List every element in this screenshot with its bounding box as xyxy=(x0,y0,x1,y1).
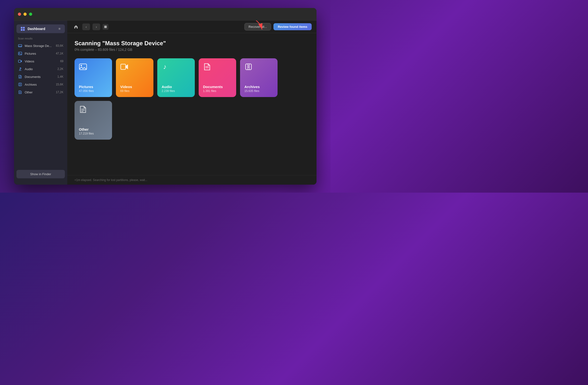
svg-rect-21 xyxy=(121,64,126,69)
sidebar-label-2: Videos xyxy=(25,60,58,63)
svg-rect-0 xyxy=(21,27,22,29)
show-in-finder-button[interactable]: Show in Finder xyxy=(17,170,65,178)
videos-card-icon xyxy=(120,63,149,73)
drive-icon xyxy=(18,43,22,48)
svg-rect-17 xyxy=(104,26,107,28)
sidebar-item-mass-storage[interactable]: Mass Storage De... 83,6K xyxy=(14,42,67,50)
svg-rect-12 xyxy=(19,83,21,86)
pictures-card-name: Pictures xyxy=(79,85,108,89)
svg-point-8 xyxy=(19,53,20,53)
sidebar-count-2: 69 xyxy=(60,60,63,63)
status-bar: <1m elapsed. Searching for lost partitio… xyxy=(67,175,316,185)
sidebar: Dashboard ✳ Scan results Mass Storage De… xyxy=(14,21,67,185)
scan-title: Scanning "Mass Storage Device" xyxy=(75,40,309,47)
cards-grid: Pictures 47.056 files Videos 69 files xyxy=(75,58,309,140)
card-documents[interactable]: Documents 1.391 files xyxy=(199,58,236,97)
sidebar-label-3: Audio xyxy=(25,67,55,71)
sidebar-item-pictures[interactable]: Pictures 47,1K xyxy=(14,50,67,57)
main-panel: ‹ › xyxy=(67,21,316,185)
card-archives[interactable]: Archives 15.635 files xyxy=(240,58,277,97)
sidebar-label-0: Mass Storage De... xyxy=(25,44,53,48)
svg-rect-3 xyxy=(23,29,25,31)
sidebar-count-5: 15,6K xyxy=(56,83,63,86)
spinner-icon: ✳ xyxy=(58,27,61,31)
videos-icon xyxy=(18,59,22,64)
svg-rect-1 xyxy=(23,27,25,29)
card-other[interactable]: Other 17.219 files xyxy=(75,101,112,140)
home-button[interactable] xyxy=(72,23,80,30)
documents-card-count: 1.391 files xyxy=(203,89,232,93)
review-found-items-button[interactable]: Review found items xyxy=(273,23,312,30)
sidebar-label-1: Pictures xyxy=(25,52,53,55)
sidebar-count-0: 83,6K xyxy=(56,44,63,47)
archives-card-name: Archives xyxy=(244,85,273,89)
other-icon xyxy=(18,90,22,94)
documents-card-name: Documents xyxy=(203,85,232,89)
svg-rect-9 xyxy=(18,60,21,63)
svg-rect-7 xyxy=(18,52,22,55)
sidebar-item-archives[interactable]: Archives 15,6K xyxy=(14,81,67,88)
sidebar-item-other[interactable]: Other 17,2K xyxy=(14,88,67,96)
audio-icon xyxy=(18,67,22,71)
svg-text:♪: ♪ xyxy=(163,63,167,70)
toolbar: ‹ › xyxy=(67,21,316,33)
sidebar-label-4: Documents xyxy=(25,75,55,79)
archives-card-count: 15.635 files xyxy=(244,89,273,93)
app-window: Dashboard ✳ Scan results Mass Storage De… xyxy=(14,8,316,185)
grid-icon xyxy=(20,26,25,31)
pictures-icon xyxy=(18,51,22,56)
forward-button[interactable]: › xyxy=(92,23,100,30)
audio-card-icon: ♪ xyxy=(162,63,190,73)
recover-all-button[interactable]: Recover all... xyxy=(244,23,271,30)
stop-button[interactable] xyxy=(103,24,108,30)
titlebar xyxy=(14,8,316,21)
card-videos[interactable]: Videos 69 files xyxy=(116,58,153,97)
sidebar-count-3: 2,2K xyxy=(57,67,63,71)
sidebar-item-documents[interactable]: Documents 1,4K xyxy=(14,73,67,81)
sidebar-label-5: Archives xyxy=(25,83,53,86)
sidebar-label-6: Other xyxy=(25,90,53,94)
pictures-card-icon xyxy=(79,63,108,73)
sidebar-item-videos[interactable]: Videos 69 xyxy=(14,57,67,65)
card-audio[interactable]: ♪ Audio 2.239 files xyxy=(157,58,195,97)
audio-card-count: 2.239 files xyxy=(162,89,190,93)
svg-rect-2 xyxy=(21,29,22,31)
other-card-count: 17.219 files xyxy=(79,132,108,135)
videos-card-name: Videos xyxy=(120,85,149,89)
dashboard-label: Dashboard xyxy=(28,27,45,31)
svg-rect-4 xyxy=(18,44,22,47)
scan-subtitle: 0% complete – 83.609 files / 124,2 GB xyxy=(75,48,309,52)
archives-card-icon xyxy=(244,63,273,73)
archives-icon xyxy=(18,82,22,87)
svg-point-20 xyxy=(81,65,82,66)
status-text: <1m elapsed. Searching for lost partitio… xyxy=(75,178,147,182)
maximize-button[interactable] xyxy=(29,13,32,16)
svg-point-6 xyxy=(21,47,21,47)
scan-results-label: Scan results xyxy=(14,37,67,40)
videos-card-count: 69 files xyxy=(120,89,149,93)
other-card-icon xyxy=(79,105,108,115)
toolbar-right: Recover all... Review found items xyxy=(244,23,312,30)
svg-rect-25 xyxy=(246,64,252,70)
card-pictures[interactable]: Pictures 47.056 files xyxy=(75,58,112,97)
documents-icon xyxy=(18,75,22,79)
main-content: Scanning "Mass Storage Device" 0% comple… xyxy=(67,33,316,175)
sidebar-count-1: 47,1K xyxy=(56,52,63,55)
minimize-button[interactable] xyxy=(23,13,27,16)
pictures-card-count: 47.056 files xyxy=(79,89,108,93)
audio-card-name: Audio xyxy=(162,85,190,89)
documents-card-icon xyxy=(203,63,232,73)
other-card-name: Other xyxy=(79,127,108,131)
sidebar-count-6: 17,2K xyxy=(56,90,63,94)
dashboard-item[interactable]: Dashboard ✳ xyxy=(17,24,65,33)
sidebar-item-audio[interactable]: Audio 2,2K xyxy=(14,65,67,73)
back-button[interactable]: ‹ xyxy=(82,23,90,30)
sidebar-count-4: 1,4K xyxy=(57,75,63,78)
close-button[interactable] xyxy=(18,13,21,16)
content-area: Dashboard ✳ Scan results Mass Storage De… xyxy=(14,21,316,185)
